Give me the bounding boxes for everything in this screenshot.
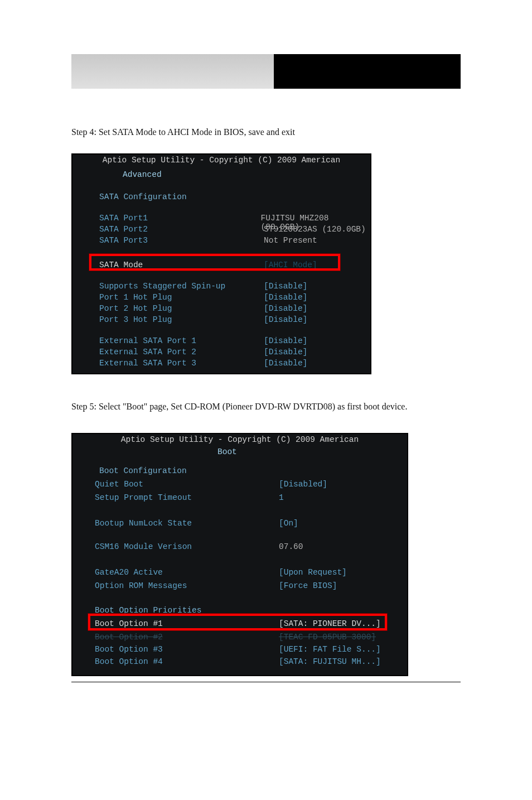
- highlight-sata-mode: [89, 254, 340, 271]
- option-rom-row[interactable]: Option ROM Messages [Force BIOS]: [95, 581, 337, 590]
- gatea20-label: GateA20 Active: [95, 568, 279, 577]
- port1-hotplug-label: Port 1 Hot Plug: [99, 293, 264, 302]
- ext-sata3-label: External SATA Port 3: [99, 359, 264, 368]
- sata-config-heading: SATA Configuration: [99, 192, 187, 201]
- numlock-label: Bootup NumLock State: [95, 519, 279, 528]
- boot-option-2-row[interactable]: Boot Option #2 [TEAC FD-05PUB 3000]: [95, 633, 376, 642]
- boot-option-2-value[interactable]: [TEAC FD-05PUB 3000]: [279, 633, 376, 642]
- boot-option-3-label: Boot Option #3: [95, 645, 279, 654]
- csm-version-label: CSM16 Module Verison: [95, 542, 279, 551]
- ext-sata2-label: External SATA Port 2: [99, 348, 264, 356]
- ext-sata1-row[interactable]: External SATA Port 1 [Disable]: [99, 336, 307, 345]
- port3-hotplug-row[interactable]: Port 3 Hot Plug [Disable]: [99, 315, 307, 324]
- sata-port2-value: ST9120823AS (120.0GB): [264, 225, 366, 234]
- ext-sata2-value[interactable]: [Disable]: [264, 348, 307, 356]
- option-rom-label: Option ROM Messages: [95, 581, 279, 590]
- port3-hotplug-label: Port 3 Hot Plug: [99, 315, 264, 324]
- bios-screenshot-sata-config: Aptio Setup Utility - Copyright (C) 2009…: [71, 153, 371, 374]
- top-bar-left: [71, 54, 274, 89]
- sata-port3-row: SATA Port3 Not Present: [99, 236, 317, 245]
- staggered-spinup-row[interactable]: Supports Staggered Spin-up [Disable]: [99, 282, 307, 291]
- numlock-row[interactable]: Bootup NumLock State [On]: [95, 519, 298, 528]
- boot-config-heading: Boot Configuration: [99, 466, 187, 475]
- sata-port2-row: SATA Port2 ST9120823AS (120.0GB): [99, 225, 366, 234]
- paragraph-step4: Step 4: Set SATA Mode to AHCI Mode in BI…: [71, 127, 461, 137]
- port1-hotplug-row[interactable]: Port 1 Hot Plug [Disable]: [99, 293, 307, 302]
- boot-option-3-value[interactable]: [UEFI: FAT File S...]: [279, 645, 381, 654]
- gatea20-row[interactable]: GateA20 Active [Upon Request]: [95, 568, 347, 577]
- port1-hotplug-value[interactable]: [Disable]: [264, 293, 307, 302]
- boot-option-3-row[interactable]: Boot Option #3 [UEFI: FAT File S...]: [95, 645, 381, 654]
- page: Step 4: Set SATA Mode to AHCI Mode in BI…: [0, 0, 532, 800]
- ext-sata2-row[interactable]: External SATA Port 2 [Disable]: [99, 348, 307, 356]
- ext-sata3-value[interactable]: [Disable]: [264, 359, 307, 368]
- sata-port3-label: SATA Port3: [99, 236, 264, 245]
- setup-prompt-label: Setup Prompt Timeout: [95, 493, 279, 502]
- top-bar-right: [274, 54, 461, 89]
- quiet-boot-value[interactable]: [Disabled]: [279, 480, 327, 489]
- boot-option-4-row[interactable]: Boot Option #4 [SATA: FUJITSU MH...]: [95, 657, 381, 666]
- bios-tab-advanced[interactable]: Advanced: [123, 170, 162, 179]
- gatea20-value[interactable]: [Upon Request]: [279, 568, 347, 577]
- port3-hotplug-value[interactable]: [Disable]: [264, 315, 307, 324]
- staggered-spinup-label: Supports Staggered Spin-up: [99, 282, 264, 291]
- sata-port3-value: Not Present: [264, 236, 317, 245]
- sata-port2-label: SATA Port2: [99, 225, 264, 234]
- boot-option-2-label: Boot Option #2: [95, 633, 279, 642]
- bios-title2: Aptio Setup Utility - Copyright (C) 2009…: [72, 435, 407, 444]
- csm-version-row: CSM16 Module Verison 07.60: [95, 542, 303, 551]
- port2-hotplug-label: Port 2 Hot Plug: [99, 304, 264, 313]
- paragraph-step5: Step 5: Select "Boot" page, Set CD-ROM (…: [71, 402, 461, 412]
- quiet-boot-row[interactable]: Quiet Boot [Disabled]: [95, 480, 327, 489]
- csm-version-value: 07.60: [279, 542, 303, 551]
- quiet-boot-label: Quiet Boot: [95, 480, 279, 489]
- boot-option-4-value[interactable]: [SATA: FUJITSU MH...]: [279, 657, 381, 666]
- top-bar: [71, 54, 461, 89]
- option-rom-value[interactable]: [Force BIOS]: [279, 581, 337, 590]
- bios-tab-boot[interactable]: Boot: [217, 447, 237, 456]
- ext-sata3-row[interactable]: External SATA Port 3 [Disable]: [99, 359, 307, 368]
- staggered-spinup-value[interactable]: [Disable]: [264, 282, 307, 291]
- ext-sata1-value[interactable]: [Disable]: [264, 336, 307, 345]
- highlight-boot-option-1: [88, 614, 387, 630]
- bottom-rule: [71, 682, 461, 682]
- ext-sata1-label: External SATA Port 1: [99, 336, 264, 345]
- numlock-value[interactable]: [On]: [279, 519, 298, 528]
- boot-option-4-label: Boot Option #4: [95, 657, 279, 666]
- setup-prompt-value[interactable]: 1: [279, 493, 284, 502]
- bios-screenshot-boot: Aptio Setup Utility - Copyright (C) 2009…: [71, 433, 408, 676]
- port2-hotplug-row[interactable]: Port 2 Hot Plug [Disable]: [99, 304, 307, 313]
- port2-hotplug-value[interactable]: [Disable]: [264, 304, 307, 313]
- setup-prompt-row[interactable]: Setup Prompt Timeout 1: [95, 493, 284, 502]
- bios-title: Aptio Setup Utility - Copyright (C) 2009…: [72, 156, 370, 165]
